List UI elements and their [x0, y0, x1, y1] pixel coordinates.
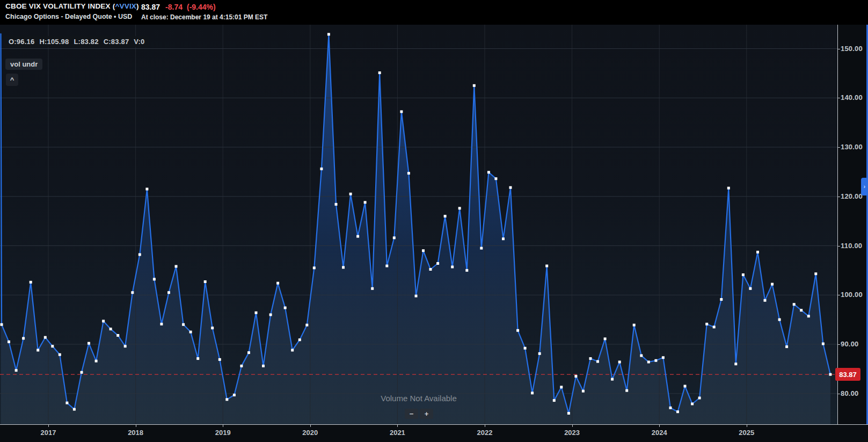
- vvix-chart-app: CBOE VIX VOLATILITY INDEX (^VVIX) Chicag…: [0, 0, 868, 442]
- price-change: -8.74: [165, 3, 183, 11]
- data-point-marker: [342, 266, 345, 269]
- data-point-marker: [742, 273, 745, 276]
- data-point-marker: [87, 342, 90, 345]
- chevron-up-icon: ^: [10, 76, 14, 83]
- data-point-marker: [778, 318, 781, 321]
- quote-header: CBOE VIX VOLATILITY INDEX (^VVIX) Chicag…: [0, 0, 868, 25]
- data-point-marker: [436, 262, 439, 265]
- data-point-marker: [356, 235, 359, 238]
- x-axis-tick-label: 2025: [739, 429, 754, 437]
- y-axis-tick-mark: [837, 344, 840, 345]
- data-point-marker: [415, 295, 418, 298]
- data-point-marker: [313, 266, 316, 269]
- data-point-marker: [393, 236, 396, 239]
- x-axis-tick-label: 2017: [41, 429, 56, 437]
- data-point-marker: [611, 378, 614, 381]
- data-point-marker: [516, 329, 519, 332]
- ohlc-readout: O:96.16H:105.98L:83.82C:83.87V:0: [4, 36, 149, 47]
- data-point-marker: [734, 363, 737, 365]
- data-point-marker: [829, 373, 831, 376]
- data-point-marker: [560, 386, 563, 388]
- data-point-marker: [691, 403, 694, 405]
- indicator-chip-vol-undr[interactable]: vol undr: [5, 59, 42, 70]
- data-point-marker: [487, 171, 490, 173]
- data-point-marker: [218, 358, 221, 361]
- data-point-marker: [371, 287, 374, 290]
- data-point-marker: [720, 298, 723, 301]
- data-point-marker: [189, 331, 192, 334]
- scroll-handle[interactable]: ›: [861, 178, 868, 195]
- data-point-marker: [567, 412, 570, 415]
- ohlc-item: H:105.98: [39, 38, 69, 46]
- data-point-marker: [749, 287, 752, 290]
- title-text: CBOE VIX VOLATILITY INDEX (: [5, 2, 115, 10]
- data-point-marker: [538, 352, 541, 355]
- data-point-marker: [553, 399, 556, 402]
- y-axis-tick-label: 130.00: [841, 143, 863, 151]
- data-point-marker: [698, 397, 701, 400]
- y-axis-tick-label: 140.00: [841, 93, 863, 102]
- volume-not-available-note: Volume Not Available: [381, 394, 456, 403]
- y-axis-tick-mark: [837, 49, 840, 49]
- data-point-marker: [727, 187, 730, 190]
- data-point-marker: [364, 201, 367, 204]
- ohlc-item: L:83.82: [74, 38, 98, 46]
- data-point-marker: [785, 345, 788, 348]
- data-point-marker: [204, 280, 207, 283]
- data-point-marker: [276, 282, 279, 285]
- data-point-marker: [574, 375, 577, 378]
- data-point-marker: [771, 283, 774, 286]
- data-point-marker: [531, 392, 534, 394]
- data-point-marker: [15, 369, 18, 372]
- data-point-marker: [65, 402, 68, 404]
- symbol-text: ^VVIX: [115, 2, 136, 10]
- x-axis-tick-mark: [223, 424, 223, 427]
- data-point-marker: [327, 33, 330, 35]
- data-point-marker: [255, 311, 258, 314]
- zoom-in-button[interactable]: +: [420, 409, 433, 419]
- data-point-marker: [654, 359, 657, 362]
- data-point-marker: [589, 357, 592, 360]
- data-point-marker: [95, 360, 98, 363]
- price-chart-plot-area[interactable]: [0, 25, 837, 424]
- data-point-marker: [81, 371, 83, 374]
- data-point-marker: [116, 334, 119, 337]
- y-axis-tick-mark: [837, 98, 840, 98]
- x-axis-tick-label: 2020: [302, 429, 318, 437]
- data-point-marker: [400, 110, 403, 113]
- price-change-percent: (-9.44%): [187, 3, 216, 11]
- last-price: 83.87: [141, 3, 160, 11]
- data-point-marker: [37, 349, 39, 352]
- data-point-marker: [596, 360, 599, 363]
- data-point-marker: [524, 347, 527, 350]
- x-axis-tick-mark: [659, 424, 660, 427]
- y-axis-tick-mark: [837, 295, 840, 295]
- data-point-marker: [756, 251, 759, 253]
- data-point-marker: [102, 320, 105, 322]
- x-axis-tick-label: 2018: [128, 429, 143, 437]
- chart-frame-right: [837, 25, 838, 424]
- data-point-marker: [349, 193, 352, 195]
- data-point-marker: [618, 361, 621, 364]
- data-point-marker: [582, 390, 585, 393]
- x-axis-tick-mark: [136, 424, 136, 427]
- data-point-marker: [800, 309, 803, 311]
- y-axis-tick-mark: [837, 394, 840, 394]
- ohlc-item: C:83.87: [104, 38, 129, 46]
- zoom-out-button[interactable]: −: [405, 409, 418, 419]
- x-axis-tick-mark: [397, 424, 398, 427]
- data-point-marker: [480, 247, 483, 250]
- data-point-marker: [291, 349, 294, 352]
- data-point-marker: [407, 172, 410, 175]
- zoom-controls: − +: [405, 409, 433, 419]
- data-point-marker: [247, 351, 250, 354]
- y-axis-tick-label: 150.00: [841, 45, 863, 53]
- price-axis[interactable]: [838, 25, 868, 424]
- y-axis-tick-label: 90.00: [841, 340, 859, 348]
- data-point-marker: [124, 345, 127, 347]
- data-point-marker: [262, 365, 265, 367]
- data-point-marker: [22, 337, 25, 340]
- collapse-chevron-button[interactable]: ^: [6, 74, 18, 86]
- data-point-marker: [175, 265, 178, 268]
- x-axis-tick-label: 2022: [477, 429, 493, 437]
